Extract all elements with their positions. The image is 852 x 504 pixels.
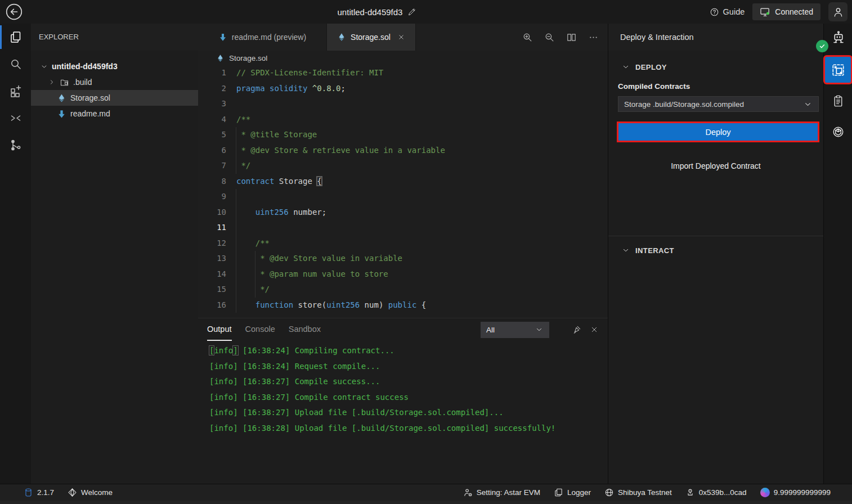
activity-plugin-manager[interactable] [0,78,31,105]
panel-divider [608,236,823,236]
code-line-8[interactable]: 8contract Storage { [198,174,608,190]
tree-item-storage-sol[interactable]: Storage.sol [31,90,198,106]
deploy-button[interactable]: Deploy [618,123,818,141]
edit-title-icon[interactable] [407,7,416,16]
code-line-9[interactable]: 9 [198,189,608,205]
code-line-15[interactable]: 15 */ [198,282,608,298]
activity-search[interactable] [0,51,31,78]
pencil-icon [407,7,416,16]
close-tab-icon[interactable] [397,33,405,41]
editor-toolbar [495,24,608,51]
guide-button[interactable]: Guide [710,7,745,17]
activity-collapse-panels[interactable] [0,105,31,132]
line-number: 12 [198,236,233,251]
code-text: */ [236,158,250,174]
tab-readme-md-preview-[interactable]: readme.md (preview) [198,24,327,51]
output-tab-output[interactable]: Output [207,318,232,341]
line-number: 6 [198,143,233,159]
code-line-12[interactable]: 12 /** [198,236,608,251]
code-line-2[interactable]: 2pragma solidity ^0.8.0; [198,81,608,97]
status-version-label: 2.1.7 [37,488,54,497]
output-panel: OutputConsoleSandbox All [info] [16:38:2… [198,318,608,484]
ai-assistant-button[interactable] [831,30,846,45]
status-setting[interactable]: Setting: Astar EVM [463,488,540,497]
log-line: [info] [16:38:24] Request compile... [209,359,608,375]
line-number: 2 [198,81,233,97]
monitor-icon [760,7,770,17]
database-icon [24,488,33,497]
code-text: pragma solidity ^0.8.0; [236,81,346,97]
code-line-5[interactable]: 5 * @title Storage [198,127,608,143]
status-logger[interactable]: Logger [554,488,591,497]
tree-item-readme-md[interactable]: readme.md [31,106,198,122]
tab-storage-sol[interactable]: Storage.sol [327,24,416,51]
astar-logo-icon [760,488,770,497]
status-network[interactable]: Shibuya Testnet [604,488,672,497]
ethereum-icon [216,54,225,62]
project-title: untitled-dd459fd3 [338,7,403,17]
tree-item-label: readme.md [70,109,110,118]
code-line-13[interactable]: 13 * @dev Store value in variable [198,251,608,267]
import-deployed-contract-link[interactable]: Import Deployed Contract [608,161,823,170]
compile-success-badge [816,40,828,52]
compiled-contract-select[interactable]: Storage .build/Storage.sol.compiled [618,96,819,112]
gem-icon [68,488,77,497]
status-wallet-address-label: 0x539b...0cad [699,488,747,497]
tree-item-label: Storage.sol [70,93,110,102]
status-welcome[interactable]: Welcome [68,488,113,497]
split-editor-icon[interactable] [566,32,577,43]
code-line-3[interactable]: 3 [198,96,608,112]
close-panel-icon[interactable] [590,325,599,334]
line-number: 14 [198,267,233,282]
code-line-16[interactable]: 16 function store(uint256 num) public { [198,298,608,313]
status-balance[interactable]: 9.999999999999 [760,488,831,497]
explorer-header: EXPLORER [31,24,198,51]
interact-section-header[interactable]: INTERACT [608,243,823,258]
compiled-contracts-label: Compiled Contracts [608,82,823,91]
ide-window: untitled-dd459fd3 Guide Connected EXPLOR… [0,0,852,504]
clear-output-icon[interactable] [572,325,582,335]
avatar[interactable] [828,2,847,21]
status-version[interactable]: 2.1.7 [24,488,54,497]
markdown-icon [57,109,66,119]
chev-sel-icon [803,100,813,109]
code-line-11[interactable]: 11 [198,220,608,236]
code-line-14[interactable]: 14 * @param num value to store [198,267,608,282]
output-header: OutputConsoleSandbox All [198,318,608,341]
code-line-1[interactable]: 1// SPDX-License-Identifier: MIT [198,65,608,81]
status-wallet-address[interactable]: 0x539b...0cad [685,488,747,497]
tree-item--build[interactable]: .build [31,74,198,90]
ethereum-icon [337,33,346,42]
output-tab-sandbox[interactable]: Sandbox [289,318,321,341]
code-line-10[interactable]: 10 uint256 number; [198,205,608,220]
interact-section-label: INTERACT [635,246,674,255]
chatgpt-button[interactable] [832,125,845,138]
code-editor[interactable]: 1// SPDX-License-Identifier: MIT2pragma … [198,65,608,318]
output-tab-console[interactable]: Console [245,318,275,341]
code-text: uint256 number; [236,205,326,220]
panel-title: Deploy & Interaction [608,24,823,51]
breadcrumb[interactable]: Storage.sol [198,51,608,65]
connected-button[interactable]: Connected [752,3,820,20]
log-filter-select[interactable]: All [481,322,549,338]
tree-root[interactable]: untitled-dd459fd3 [31,58,198,74]
zoom-out-icon[interactable] [544,32,555,43]
file-tree: untitled-dd459fd3.buildStorage.solreadme… [31,51,198,122]
tree-item-label: .build [73,78,92,87]
deploy-interaction-button[interactable] [825,57,851,83]
task-list-button[interactable] [832,94,845,107]
chevron-down-icon [621,62,630,71]
code-line-4[interactable]: 4/** [198,112,608,128]
more-actions-icon[interactable] [588,32,599,43]
code-text: * @dev Store value in variable [236,251,402,267]
code-line-7[interactable]: 7 */ [198,158,608,174]
zoom-in-icon[interactable] [522,32,533,43]
activity-explorer[interactable] [0,24,31,51]
line-number: 5 [198,127,233,143]
globe-icon [604,488,614,497]
deploy-section-header[interactable]: DEPLOY [608,60,823,74]
chev-down-icon [621,62,630,71]
status-balance-label: 9.999999999999 [774,488,831,497]
code-line-6[interactable]: 6 * @dev Store & retrieve value in a var… [198,143,608,159]
activity-source-control[interactable] [0,132,31,159]
